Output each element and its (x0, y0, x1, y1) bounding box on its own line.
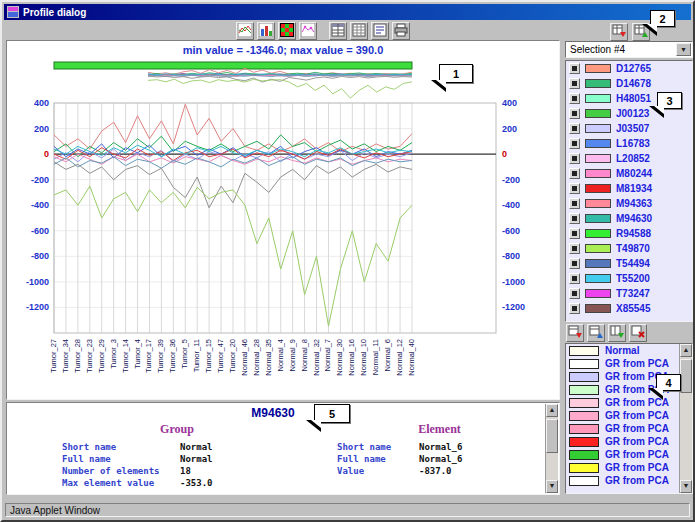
gene-list-item[interactable]: X85545 (566, 301, 692, 316)
color-button[interactable] (569, 123, 580, 134)
centroid-chart-button[interactable] (299, 22, 317, 40)
color-button-mark (572, 156, 577, 161)
bar-chart-button[interactable] (257, 22, 275, 40)
cluster-list-item[interactable]: GR from PCA (566, 474, 679, 487)
color-button[interactable] (569, 108, 580, 119)
overview-profile (148, 79, 412, 98)
scroll-down-button[interactable]: ▼ (680, 480, 692, 493)
color-button-mark (572, 261, 577, 266)
text-view-button[interactable] (371, 22, 389, 40)
titlebar[interactable]: Profile dialog (4, 4, 691, 20)
save-selection-button[interactable] (610, 23, 628, 41)
scroll-up-button[interactable]: ▲ (546, 404, 558, 417)
gene-color-swatch (585, 229, 611, 238)
cluster-list-item[interactable]: GR from PCA (566, 409, 679, 422)
table-view-button[interactable] (329, 22, 347, 40)
cluster-list-item[interactable]: GR from PCA (566, 422, 679, 435)
gene-color-swatch (585, 289, 611, 298)
main-toolbar (4, 21, 691, 41)
cluster-label: GR from PCA (605, 358, 669, 369)
y-tick-label: 0 (502, 149, 507, 159)
restore-cluster-button[interactable] (608, 324, 626, 342)
gene-label: H48051 (616, 93, 651, 104)
gene-list-item[interactable]: R94588 (566, 226, 692, 241)
color-button[interactable] (569, 273, 580, 284)
gene-list-item[interactable]: D12765 (566, 61, 692, 76)
scroll-up-button[interactable]: ▲ (680, 344, 692, 357)
gene-list-item[interactable]: M81934 (566, 181, 692, 196)
info-scrollbar[interactable]: ▲ ▼ (545, 404, 558, 493)
color-button[interactable] (569, 93, 580, 104)
expression-image-icon (280, 23, 294, 40)
color-button[interactable] (569, 258, 580, 269)
color-button[interactable] (569, 183, 580, 194)
scroll-down-button[interactable]: ▼ (546, 480, 558, 493)
scrollbar-track[interactable] (546, 417, 558, 480)
x-tick-label: Tumor_34 (61, 339, 70, 373)
sort-clusters-button[interactable] (587, 324, 605, 342)
selection-dropdown[interactable]: Selection #4 ▼ (565, 41, 693, 58)
color-button-mark (572, 81, 577, 86)
color-button[interactable] (569, 78, 580, 89)
expression-image-button[interactable] (278, 22, 296, 40)
gene-list-item[interactable]: T73247 (566, 286, 692, 301)
y-tick-label: 200 (502, 124, 517, 134)
color-button[interactable] (569, 228, 580, 239)
gene-list-item[interactable]: T54494 (566, 256, 692, 271)
cluster-list-item[interactable]: GR from PCA (566, 357, 679, 370)
gene-label: M94363 (616, 198, 652, 209)
x-tick-label: Tumor_5 (180, 339, 189, 369)
profile-chart-button[interactable] (236, 22, 254, 40)
element-heading: Element (337, 422, 542, 437)
profile-chart[interactable]: 40040020020000-200-200-400-400-600-600-8… (8, 57, 558, 400)
scrollbar-thumb[interactable] (680, 359, 692, 393)
x-tick-label: Normal_8 (300, 339, 309, 372)
grid-view-icon (352, 23, 366, 40)
dropdown-arrow-icon[interactable]: ▼ (676, 43, 691, 56)
cluster-scrollbar[interactable]: ▲ ▼ (679, 344, 692, 493)
scrollbar-thumb[interactable] (546, 419, 558, 453)
color-button[interactable] (569, 198, 580, 209)
gene-list-item[interactable]: J03507 (566, 121, 692, 136)
color-button[interactable] (569, 303, 580, 314)
cluster-list-item[interactable]: GR from PCA (566, 461, 679, 474)
color-button-mark (572, 231, 577, 236)
delete-cluster-button[interactable] (629, 324, 647, 342)
save-cluster-button[interactable] (566, 324, 584, 342)
cluster-list-item[interactable]: Normal (566, 344, 679, 357)
text-view-icon (373, 23, 387, 40)
gene-list-item[interactable]: M80244 (566, 166, 692, 181)
gene-list-item[interactable]: D14678 (566, 76, 692, 91)
color-button[interactable] (569, 138, 580, 149)
gene-list-item[interactable]: L16783 (566, 136, 692, 151)
info-title: M94630 (7, 406, 539, 420)
color-button[interactable] (569, 153, 580, 164)
cluster-list-item[interactable]: GR from PCA (566, 435, 679, 448)
cluster-list-item[interactable]: GR from PCA (566, 448, 679, 461)
print-button[interactable] (392, 22, 410, 40)
color-button[interactable] (569, 288, 580, 299)
gene-list-item[interactable]: M94630 (566, 211, 692, 226)
info-row-value: Normal (180, 441, 213, 453)
gene-list-item[interactable]: T55200 (566, 271, 692, 286)
x-tick-label: Tumor_28 (73, 339, 82, 373)
cluster-color-swatch (569, 359, 599, 369)
x-tick-label: Tumor_23 (85, 339, 94, 373)
gene-label: D12765 (616, 63, 651, 74)
color-button[interactable] (569, 243, 580, 254)
bar-chart-icon (259, 23, 273, 40)
grid-view-button[interactable] (350, 22, 368, 40)
color-button[interactable] (569, 213, 580, 224)
scrollbar-track[interactable] (680, 357, 692, 480)
toolbar-separator (320, 22, 326, 40)
gene-list-item[interactable]: L20852 (566, 151, 692, 166)
gene-list-item[interactable]: M94363 (566, 196, 692, 211)
y-tick-label: -400 (502, 200, 520, 210)
gene-list-item[interactable]: T49870 (566, 241, 692, 256)
gene-label: L16783 (616, 138, 650, 149)
color-button[interactable] (569, 63, 580, 74)
color-button[interactable] (569, 168, 580, 179)
overview-range-bar (54, 62, 412, 69)
info-row-label: Value (337, 465, 419, 477)
window-title: Profile dialog (23, 7, 86, 18)
